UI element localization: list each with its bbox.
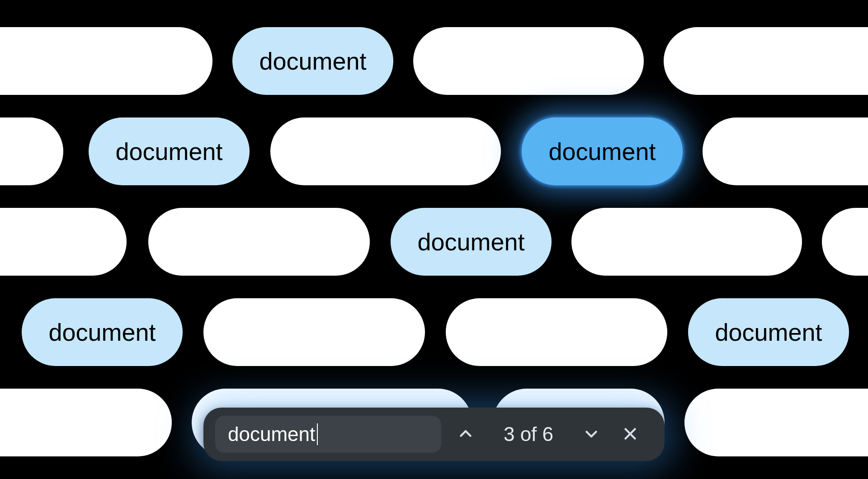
pill-blank xyxy=(703,117,868,185)
find-prev-button[interactable] xyxy=(451,420,480,449)
find-close-button[interactable] xyxy=(616,420,645,449)
pill-label: document xyxy=(48,318,156,346)
find-input-text: document xyxy=(228,423,315,446)
pill-blank xyxy=(0,389,172,456)
pill-match: document xyxy=(232,27,393,95)
pill-match: document xyxy=(22,298,183,366)
pill-blank xyxy=(203,298,425,366)
pill-match: document xyxy=(391,208,552,276)
chevron-down-icon xyxy=(583,426,599,443)
pill-label: document xyxy=(115,137,222,165)
text-caret xyxy=(317,423,318,445)
close-icon xyxy=(622,426,638,443)
pill-blank xyxy=(0,27,212,95)
pill-label: document xyxy=(715,318,822,346)
pill-blank xyxy=(446,298,667,366)
find-next-button[interactable] xyxy=(577,420,606,449)
pill-blank xyxy=(0,117,63,185)
chevron-up-icon xyxy=(458,426,474,443)
find-bar: document 3 of 6 xyxy=(203,408,665,461)
pill-label: document xyxy=(417,228,524,256)
pill-canvas: documentdocumentdocumentdocumentdocument… xyxy=(0,0,868,479)
pill-blank xyxy=(270,117,501,185)
pill-match: document xyxy=(89,117,250,185)
pill-blank xyxy=(684,389,868,456)
pill-blank xyxy=(664,27,868,95)
find-match-count: 3 of 6 xyxy=(490,423,567,446)
pill-blank xyxy=(0,208,127,276)
pill-label: document xyxy=(548,137,656,165)
pill-match-active: document xyxy=(522,117,683,185)
pill-blank xyxy=(571,208,802,276)
pill-blank xyxy=(148,208,370,276)
find-input[interactable]: document xyxy=(215,416,441,453)
pill-blank xyxy=(413,27,644,95)
pill-blank xyxy=(822,208,868,276)
pill-label: document xyxy=(259,47,366,75)
pill-match: document xyxy=(688,298,849,366)
